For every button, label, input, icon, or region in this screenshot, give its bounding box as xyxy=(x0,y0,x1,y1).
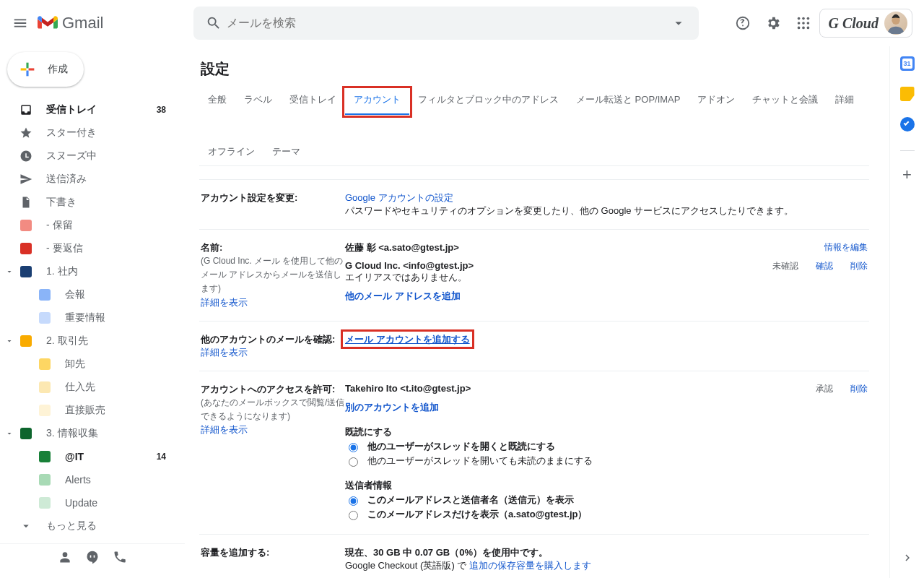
grant-details-link[interactable]: 詳細を表示 xyxy=(201,424,248,435)
gmail-logo[interactable]: Gmail xyxy=(35,14,193,33)
section-send-as: 名前: (G Cloud Inc. メール を使用して他のメール アドレスからメ… xyxy=(199,229,869,321)
get-addons-icon[interactable]: + xyxy=(902,167,912,183)
main-menu-button[interactable] xyxy=(6,9,35,38)
search-options-icon[interactable] xyxy=(667,12,690,35)
section-grant-access: アカウントへのアクセスを許可: (あなたのメールボックスで閲覧/送信できるように… xyxy=(199,371,869,534)
label-icon xyxy=(19,241,33,256)
search-bar[interactable] xyxy=(193,7,699,40)
hangouts-bar xyxy=(0,543,185,572)
sidebar-item-starred[interactable]: スター付き xyxy=(0,121,179,144)
compose-label: 作成 xyxy=(48,63,68,76)
check-other-details-link[interactable]: 詳細を表示 xyxy=(201,347,248,358)
label-icon xyxy=(19,264,33,279)
sidebar-item-wholesale[interactable]: 卸先 xyxy=(0,353,179,376)
collapse-panel-icon[interactable] xyxy=(896,546,919,569)
delegate-name: Takehiro Ito <t.ito@gtest.jp> xyxy=(345,383,816,394)
tab-chat[interactable]: チャットと会議 xyxy=(744,89,827,115)
chevron-down-icon[interactable] xyxy=(4,267,14,277)
clock-icon xyxy=(19,149,33,163)
chevron-down-icon[interactable] xyxy=(4,428,14,439)
svg-point-8 xyxy=(806,27,809,30)
sidebar-group-clients[interactable]: 2. 取引先 xyxy=(0,329,179,353)
keep-icon[interactable] xyxy=(900,87,915,101)
section-check-other: 他のアカウントのメールを確認: 詳細を表示 メール アカウントを追加する xyxy=(199,321,869,371)
sidebar-item-atit[interactable]: @IT 14 xyxy=(0,445,179,468)
sidebar-item-label: 受信トレイ xyxy=(46,103,157,116)
delete-delegate-link[interactable]: 削除 xyxy=(850,383,868,395)
label-icon xyxy=(19,218,33,233)
radio-sender-full[interactable]: このメールアドレスと送信者名（送信元）を表示 xyxy=(345,493,868,506)
section-storage: 容量を追加する: 現在、30 GB 中 0.07 GB（0%）を使用中です。 G… xyxy=(199,534,869,578)
chevron-down-icon xyxy=(19,519,33,533)
svg-point-4 xyxy=(802,22,805,25)
chevron-down-icon[interactable] xyxy=(4,336,14,346)
svg-point-0 xyxy=(797,17,800,20)
send-as-primary: 佐藤 彰 <a.sato@gtest.jp> xyxy=(345,241,824,254)
sidebar-item-reply[interactable]: - 要返信 xyxy=(0,237,179,260)
tab-themes[interactable]: テーマ xyxy=(263,141,309,165)
sidebar-more[interactable]: もっと見る xyxy=(0,514,179,538)
sidebar-group-internal[interactable]: 1. 社内 xyxy=(0,260,179,283)
inbox-icon xyxy=(19,103,33,117)
add-delegate-link[interactable]: 別のアカウントを追加 xyxy=(345,402,439,413)
tab-labels[interactable]: ラベル xyxy=(235,89,281,115)
send-as-details-link[interactable]: 詳細を表示 xyxy=(201,297,248,308)
settings-gear-icon[interactable] xyxy=(759,9,788,38)
tab-addons[interactable]: アドオン xyxy=(689,89,744,115)
phone-icon[interactable] xyxy=(113,550,127,566)
support-icon[interactable] xyxy=(728,9,757,38)
radio-keep-unread[interactable]: 他のユーザーがスレッドを開いても未読のままにする xyxy=(345,454,868,467)
sidebar-item-sent[interactable]: 送信済み xyxy=(0,168,179,191)
sidebar-item-bulletin[interactable]: 会報 xyxy=(0,283,179,306)
tab-advanced[interactable]: 詳細 xyxy=(827,89,863,115)
sidebar-item-inbox[interactable]: 受信トレイ 38 xyxy=(0,98,179,121)
sidebar-item-important[interactable]: 重要情報 xyxy=(0,306,179,329)
sidebar-item-supplier[interactable]: 仕入先 xyxy=(0,376,179,399)
sidebar-group-research[interactable]: 3. 情報収集 xyxy=(0,422,179,445)
delete-send-as-link[interactable]: 削除 xyxy=(850,260,868,272)
calendar-icon[interactable]: 31 xyxy=(900,56,915,71)
person-icon[interactable] xyxy=(58,550,72,566)
tab-general[interactable]: 全般 xyxy=(199,89,235,115)
svg-point-5 xyxy=(806,22,809,25)
sidebar-item-snoozed[interactable]: スヌーズ中 xyxy=(0,144,179,168)
sidebar-item-drafts[interactable]: 下書き xyxy=(0,191,179,214)
svg-point-7 xyxy=(802,27,805,30)
svg-point-3 xyxy=(797,22,800,25)
account-switcher[interactable]: G Cloud xyxy=(819,9,912,38)
tab-accounts[interactable]: アカウント xyxy=(345,89,409,115)
buy-storage-link[interactable]: 追加の保存容量を購入します xyxy=(469,560,591,571)
tab-offline[interactable]: オフライン xyxy=(199,141,263,165)
page-title: 設定 xyxy=(201,59,869,79)
edit-info-link[interactable]: 情報を編集 xyxy=(824,241,868,254)
add-send-as-link[interactable]: 他のメール アドレスを追加 xyxy=(345,290,461,301)
svg-point-6 xyxy=(797,27,800,30)
sidebar-item-direct[interactable]: 直接販売 xyxy=(0,399,179,422)
svg-point-2 xyxy=(806,17,809,20)
tab-inbox[interactable]: 受信トレイ xyxy=(281,89,345,115)
section-change-account: アカウント設定を変更: Google アカウントの設定 パスワードやセキュリティ… xyxy=(199,179,869,229)
account-settings-desc: パスワードやセキュリティのオプションを変更したり、他の Google サービスに… xyxy=(345,205,793,216)
status-unverified: 未確認 xyxy=(772,260,798,272)
tab-forwarding[interactable]: メール転送と POP/IMAP xyxy=(567,89,689,115)
hangouts-icon[interactable] xyxy=(85,550,100,566)
radio-mark-read[interactable]: 他のユーザーがスレッドを開くと既読にする xyxy=(345,440,868,453)
avatar xyxy=(884,12,907,35)
confirm-link[interactable]: 確認 xyxy=(816,260,833,272)
apps-grid-icon[interactable] xyxy=(789,9,818,38)
status-approved: 承認 xyxy=(816,383,833,395)
sidebar-item-hold[interactable]: - 保留 xyxy=(0,214,179,237)
add-mail-account-link[interactable]: メール アカウントを追加する xyxy=(345,334,470,345)
gmail-word: Gmail xyxy=(62,14,103,33)
radio-sender-email-only[interactable]: このメールアドレスだけを表示（a.sato@gtest.jp） xyxy=(345,508,868,521)
tasks-icon[interactable] xyxy=(900,117,915,131)
tab-filters[interactable]: フィルタとブロック中のアドレス xyxy=(409,89,567,115)
star-icon xyxy=(19,126,33,140)
inbox-count: 38 xyxy=(157,105,166,115)
sidebar-item-update[interactable]: Update xyxy=(0,491,179,514)
google-account-settings-link[interactable]: Google アカウントの設定 xyxy=(345,192,453,203)
sidebar-item-alerts[interactable]: Alerts xyxy=(0,468,179,491)
search-icon[interactable] xyxy=(202,12,225,35)
compose-button[interactable]: 作成 xyxy=(7,52,84,87)
search-input[interactable] xyxy=(225,16,667,30)
